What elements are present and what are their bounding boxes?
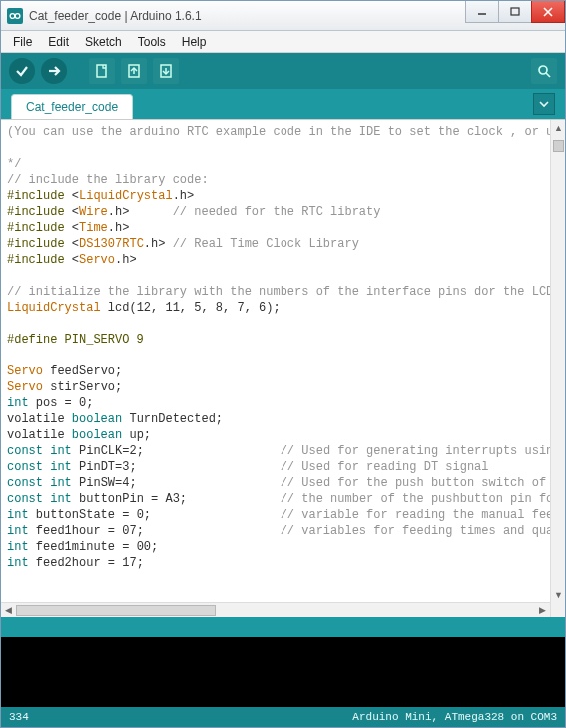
new-sketch-button[interactable] (89, 58, 115, 84)
close-button[interactable] (531, 1, 565, 23)
svg-rect-4 (511, 8, 519, 15)
save-sketch-button[interactable] (153, 58, 179, 84)
menu-sketch[interactable]: Sketch (77, 33, 130, 51)
scroll-up-icon[interactable]: ▲ (551, 120, 565, 135)
arduino-app-icon (7, 8, 23, 24)
vertical-scrollbar[interactable]: ▲ ▼ (550, 120, 565, 617)
minimize-button[interactable] (465, 1, 499, 23)
open-sketch-button[interactable] (121, 58, 147, 84)
statusbar: 334 Arduino Mini, ATmega328 on COM3 (1, 707, 565, 727)
window-controls (465, 1, 565, 23)
horizontal-scrollbar[interactable]: ◀ ▶ (1, 602, 550, 617)
maximize-button[interactable] (498, 1, 532, 23)
scroll-left-icon[interactable]: ◀ (1, 603, 16, 618)
status-line-number: 334 (9, 711, 29, 723)
menu-tools[interactable]: Tools (130, 33, 174, 51)
tab-menu-button[interactable] (533, 93, 555, 115)
menu-edit[interactable]: Edit (40, 33, 77, 51)
serial-monitor-button[interactable] (531, 58, 557, 84)
tabs-row: Cat_feeder_code (1, 89, 565, 119)
svg-line-11 (546, 73, 550, 77)
toolbar (1, 53, 565, 89)
tab-cat-feeder-code[interactable]: Cat_feeder_code (11, 94, 133, 119)
console-header (1, 617, 565, 635)
scroll-thumb-horizontal[interactable] (16, 605, 216, 616)
svg-point-10 (539, 66, 547, 74)
svg-rect-7 (97, 65, 106, 77)
console-output[interactable] (1, 635, 565, 707)
arduino-ide-window: Cat_feeder_code | Arduino 1.6.1 File Edi… (0, 0, 566, 728)
upload-button[interactable] (41, 58, 67, 84)
menubar: File Edit Sketch Tools Help (1, 31, 565, 53)
editor-area: (You can use the arduino RTC example cod… (1, 119, 565, 617)
menu-help[interactable]: Help (174, 33, 215, 51)
code-editor[interactable]: (You can use the arduino RTC example cod… (1, 120, 550, 602)
scroll-thumb-vertical[interactable] (553, 140, 564, 152)
scroll-down-icon[interactable]: ▼ (551, 587, 565, 602)
scroll-right-icon[interactable]: ▶ (535, 603, 550, 618)
window-title: Cat_feeder_code | Arduino 1.6.1 (29, 9, 202, 23)
status-board-info: Arduino Mini, ATmega328 on COM3 (352, 711, 557, 723)
menu-file[interactable]: File (5, 33, 40, 51)
titlebar: Cat_feeder_code | Arduino 1.6.1 (1, 1, 565, 31)
verify-button[interactable] (9, 58, 35, 84)
